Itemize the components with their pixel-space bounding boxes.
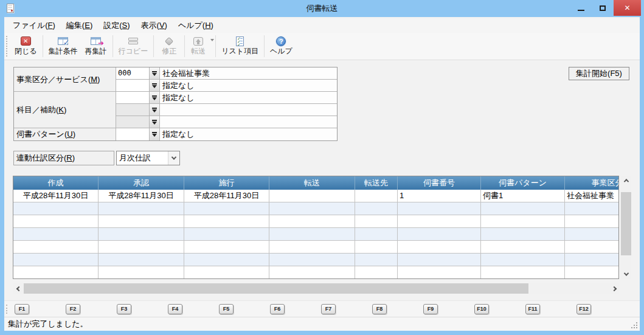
column-header[interactable]: 伺書番号 — [398, 176, 481, 190]
auxiliary2-lookup-button[interactable] — [150, 116, 160, 128]
business-code-input[interactable]: 000 — [116, 67, 150, 80]
table-cell — [355, 215, 398, 228]
table-cell — [398, 202, 481, 215]
column-header[interactable]: 事業区分 — [565, 176, 619, 190]
service-code-input[interactable] — [116, 80, 150, 92]
fkey-f6[interactable]: F6 — [270, 304, 285, 314]
close-button[interactable]: ✕ — [614, 0, 641, 16]
scroll-down-button[interactable] — [621, 269, 631, 279]
pattern-lookup-button[interactable] — [150, 128, 160, 140]
app-window: 伺書転送 ✕ ファイル(F) 編集(E) 設定(S) 表示(V) ヘルプ(H) … — [0, 0, 644, 335]
table-cell — [184, 254, 269, 266]
toolbar-transfer-button[interactable]: 転送 — [187, 33, 213, 60]
menu-file[interactable]: ファイル(F) — [7, 18, 61, 33]
toolbar-list-items-button[interactable]: ✓✓✓ リスト項目 — [218, 33, 262, 60]
horizontal-scrollbar[interactable] — [13, 283, 619, 294]
table-row[interactable] — [13, 254, 619, 266]
account-value: 指定なし — [160, 92, 337, 104]
table-row[interactable] — [13, 215, 619, 228]
minimize-button[interactable] — [570, 0, 592, 16]
scroll-left-button[interactable] — [13, 283, 24, 294]
table-cell — [565, 241, 619, 254]
fkey-f1[interactable]: F1 — [15, 304, 29, 314]
fkey-f12[interactable]: F12 — [576, 304, 591, 314]
lookup-dropdown-icon — [152, 83, 157, 88]
toolbar-close-button[interactable]: ✕ 閉じる — [11, 33, 41, 60]
chevron-left-icon — [16, 286, 21, 291]
table-cell — [269, 241, 355, 254]
table-cell — [398, 266, 481, 279]
combobox-dropdown-button[interactable] — [168, 151, 179, 165]
table-cell: 伺書1 — [481, 190, 565, 202]
table-cell — [565, 228, 619, 241]
scroll-up-button[interactable] — [621, 176, 631, 185]
table-row[interactable] — [13, 228, 619, 241]
table-row[interactable] — [13, 241, 619, 254]
toolbar-separator — [113, 35, 113, 57]
results-grid: 作成承認施行転送転送先伺書番号伺書パターン事業区分平成28年11月30日平成28… — [13, 176, 619, 279]
fkey-f8[interactable]: F8 — [372, 304, 387, 314]
table-cell — [184, 215, 269, 228]
service-lookup-button[interactable] — [150, 80, 160, 92]
statusbar: 集計が完了しました。 — [4, 317, 640, 331]
column-header[interactable]: 伺書パターン — [481, 176, 565, 190]
account-lookup-button[interactable] — [150, 92, 160, 104]
toolbar-modify-button[interactable]: 修正 — [156, 33, 182, 60]
table-cell: 1 — [398, 190, 481, 202]
menubar: ファイル(F) 編集(E) 設定(S) 表示(V) ヘルプ(H) — [4, 18, 640, 33]
transfer-dropdown-caret-icon[interactable] — [210, 39, 214, 41]
column-header[interactable]: 承認 — [99, 176, 184, 190]
menu-edit[interactable]: 編集(E) — [61, 18, 98, 33]
column-header[interactable]: 作成 — [13, 176, 99, 190]
modify-icon — [165, 36, 173, 45]
toolbar-retally-button[interactable]: ➜ 再集計 — [81, 33, 111, 60]
fkey-f4[interactable]: F4 — [168, 304, 182, 314]
resize-grip-icon[interactable] — [631, 322, 637, 328]
horizontal-scrollbar-thumb[interactable] — [24, 283, 528, 294]
auxiliary2-value — [160, 116, 337, 128]
fkey-f10[interactable]: F10 — [474, 304, 489, 314]
fkey-f7[interactable]: F7 — [321, 304, 336, 314]
aggregate-start-button[interactable]: 集計開始(F5) — [569, 67, 629, 80]
maximize-button[interactable] — [592, 0, 614, 16]
business-lookup-button[interactable] — [150, 67, 160, 80]
pattern-code-input[interactable] — [116, 128, 150, 140]
toolbar-tally-conditions-button[interactable]: ✓ 集計条件 — [45, 33, 81, 60]
column-header[interactable]: 転送 — [269, 176, 355, 190]
fkey-f9[interactable]: F9 — [423, 304, 438, 314]
table-cell — [481, 202, 565, 215]
table-cell — [565, 254, 619, 266]
journal-type-combobox[interactable]: 月次仕訳 — [116, 151, 180, 165]
scroll-right-button[interactable] — [609, 283, 619, 294]
table-row[interactable] — [13, 202, 619, 215]
fkey-f11[interactable]: F11 — [525, 304, 540, 314]
vertical-scrollbar[interactable] — [621, 176, 631, 279]
menu-help[interactable]: ヘルプ(H) — [173, 18, 219, 33]
table-cell — [184, 202, 269, 215]
table-row[interactable]: 平成28年11月30日平成28年11月30日平成28年11月30日1伺書1社会福… — [13, 190, 619, 202]
window-title: 伺書転送 — [0, 0, 644, 17]
menu-settings[interactable]: 設定(S) — [98, 18, 135, 33]
table-cell — [13, 202, 99, 215]
auxiliary1-lookup-button[interactable] — [150, 104, 160, 116]
toolbar-help-button[interactable]: ? ヘルプ — [266, 33, 296, 60]
label-linked-journal: 連動仕訳区分(R) — [13, 151, 114, 165]
lookup-dropdown-icon — [152, 95, 157, 100]
table-row[interactable] — [13, 266, 619, 279]
toolbar-row-copy-button[interactable]: 行コピー — [115, 33, 152, 60]
fkey-f5[interactable]: F5 — [219, 304, 234, 314]
menu-view[interactable]: 表示(V) — [136, 18, 173, 33]
account-code-input[interactable] — [116, 92, 150, 104]
vertical-scrollbar-thumb[interactable] — [621, 192, 631, 255]
table-cell — [481, 241, 565, 254]
column-header[interactable]: 施行 — [184, 176, 269, 190]
toolbar-grip[interactable] — [6, 36, 9, 57]
fkey-f3[interactable]: F3 — [117, 304, 131, 314]
column-header[interactable]: 転送先 — [355, 176, 398, 190]
fkey-f2[interactable]: F2 — [66, 304, 80, 314]
client-area: ファイル(F) 編集(E) 設定(S) 表示(V) ヘルプ(H) ✕ 閉じる ✓… — [4, 17, 640, 331]
service-value: 指定なし — [160, 80, 337, 92]
table-cell — [355, 241, 398, 254]
table-cell — [481, 228, 565, 241]
lookup-dropdown-icon — [152, 132, 157, 137]
